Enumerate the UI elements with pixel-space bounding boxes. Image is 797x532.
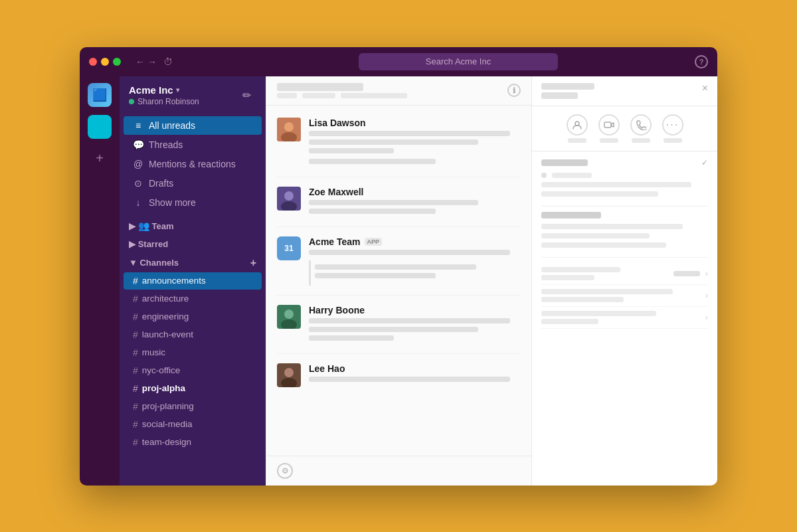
svg-point-1 — [284, 122, 294, 132]
message-line — [309, 159, 436, 164]
channel-meta-item — [277, 93, 297, 98]
channel-item-launch-event[interactable]: # launch-event — [124, 326, 262, 343]
nav-arrows: ← → ⏱ — [135, 56, 173, 67]
message-body: Acme Team APP — [309, 236, 521, 286]
rli-bar — [541, 319, 598, 324]
rs-row — [541, 173, 708, 178]
message-divider — [277, 177, 521, 177]
channel-item-architecture[interactable]: # architecture — [124, 290, 262, 308]
titlebar-left: ← → ⏱ — [80, 56, 266, 67]
compose-button[interactable]: ✏ — [236, 85, 256, 105]
channel-item-team-design[interactable]: # team-design — [124, 434, 262, 451]
nav-item-all-unreads[interactable]: ≡ All unreads — [124, 116, 262, 135]
team-section-header[interactable]: ▶ 👥 Team — [120, 215, 266, 234]
nav-item-threads[interactable]: 💬 Threads — [124, 135, 262, 154]
maximize-button[interactable] — [113, 58, 121, 66]
message-line — [309, 131, 510, 136]
minimize-button[interactable] — [101, 58, 109, 66]
right-panel-actions: ··· — [532, 106, 717, 151]
rli-bar — [541, 275, 594, 280]
workspace-name[interactable]: Acme Inc ▾ — [129, 84, 199, 96]
message-body: Lee Hao — [309, 363, 521, 387]
message-author: Lisa Dawson — [309, 118, 521, 128]
forward-arrow-icon[interactable]: → — [147, 56, 157, 67]
threads-icon: 💬 — [133, 139, 143, 150]
back-arrow-icon[interactable]: ← — [135, 56, 145, 67]
right-list-item[interactable]: › — [541, 263, 708, 285]
right-panel: × — [531, 76, 717, 486]
right-list-item[interactable]: › — [541, 307, 708, 329]
video-action-button[interactable] — [598, 114, 620, 143]
close-panel-button[interactable]: × — [702, 83, 708, 94]
user-name-label: Sharon Robinson — [137, 97, 199, 106]
svg-point-7 — [284, 310, 294, 319]
message-line — [309, 377, 510, 382]
sidebar-nav: Acme Inc ▾ Sharon Robinson ✏ ≡ All unrea… — [120, 76, 266, 486]
channel-info-button[interactable]: ℹ — [507, 84, 521, 97]
avatar — [277, 187, 301, 211]
rli-bars — [541, 267, 673, 280]
message-input-area: ⚙ — [266, 456, 531, 486]
nav-item-mentions[interactable]: @ Mentions & reactions — [124, 155, 262, 173]
right-section-1: ✓ — [541, 158, 708, 197]
history-icon[interactable]: ⏱ — [163, 56, 173, 67]
chevron-right-icon: › — [705, 291, 708, 300]
message-item: Lisa Dawson — [266, 111, 531, 174]
channel-item-engineering[interactable]: # engineering — [124, 308, 262, 325]
message-divider — [277, 295, 521, 296]
channel-hash-icon: # — [133, 329, 138, 340]
rli-left — [541, 267, 673, 280]
message-body: Lisa Dawson — [309, 118, 521, 167]
channels-section-header[interactable]: ▼ Channels + — [120, 252, 266, 272]
message-line — [309, 318, 510, 323]
channel-item-proj-planning[interactable]: # proj-planning — [124, 398, 262, 415]
nav-item-show-more[interactable]: ↓ Show more — [124, 193, 262, 212]
close-button[interactable] — [89, 58, 97, 66]
rs-header — [541, 212, 708, 219]
profile-name-bar — [541, 83, 594, 90]
channel-meta-item — [341, 93, 407, 98]
rs-bar — [552, 173, 592, 178]
message-input-icon[interactable]: ⚙ — [277, 463, 293, 479]
right-divider — [541, 257, 708, 258]
svg-rect-13 — [604, 122, 611, 128]
starred-section-header[interactable]: ▶ Starred — [120, 234, 266, 252]
chevron-right-icon: › — [705, 269, 708, 278]
channel-item-proj-alpha[interactable]: # proj-alpha — [124, 380, 262, 397]
channel-hash-icon: # — [133, 294, 138, 304]
workspace-avatar-secondary[interactable] — [88, 115, 112, 139]
titlebar: ← → ⏱ Search Acme Inc ? — [80, 47, 717, 76]
add-channel-button[interactable]: + — [250, 257, 256, 269]
app-window: ← → ⏱ Search Acme Inc ? 🟦 + — [80, 47, 717, 486]
search-bar[interactable]: Search Acme Inc — [359, 53, 558, 70]
right-list-item[interactable]: › — [541, 285, 708, 307]
mentions-icon: @ — [133, 159, 143, 169]
online-status-dot — [129, 99, 134, 104]
titlebar-right: ? — [651, 55, 717, 68]
action-label-bar — [632, 138, 650, 143]
add-workspace-button[interactable]: + — [88, 147, 112, 171]
channel-item-announcements[interactable]: # announcements — [124, 272, 262, 290]
svg-point-12 — [575, 122, 579, 126]
phone-action-button[interactable] — [630, 114, 652, 143]
rs-title-bar — [541, 212, 601, 219]
message-body: Harry Boone — [309, 305, 521, 344]
action-label-bar — [600, 138, 618, 143]
message-author: Zoe Maxwell — [309, 187, 521, 197]
channel-item-music[interactable]: # music — [124, 344, 262, 361]
message-line — [309, 327, 478, 332]
channels-list: # announcements # architecture # enginee… — [120, 272, 266, 452]
channel-hash-icon: # — [133, 365, 138, 376]
channel-hash-icon: # — [133, 419, 138, 430]
more-action-button[interactable]: ··· — [662, 114, 683, 143]
profile-action-button[interactable] — [567, 114, 588, 143]
channel-hash-icon: # — [133, 347, 138, 358]
channel-item-social-media[interactable]: # social-media — [124, 416, 262, 433]
channel-item-nyc-office[interactable]: # nyc-office — [124, 362, 262, 379]
channel-hash-icon: # — [133, 383, 138, 394]
workspace-avatar-primary[interactable]: 🟦 — [88, 83, 112, 107]
message-item: Zoe Maxwell — [266, 180, 531, 224]
rli-bars — [541, 289, 705, 302]
nav-item-drafts[interactable]: ⊙ Drafts — [124, 174, 262, 193]
help-icon[interactable]: ? — [695, 55, 708, 68]
